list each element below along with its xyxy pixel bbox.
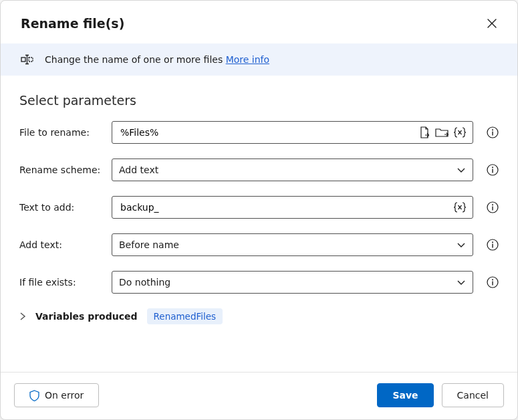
info-banner: Change the name of one or more files Mor… — [1, 43, 517, 76]
add-text-position-value: Before name — [119, 239, 451, 250]
title-bar: Rename file(s) — [1, 1, 517, 43]
row-add-text-position: Add text: Before name — [19, 233, 499, 256]
info-icon[interactable] — [487, 126, 499, 138]
banner-text: Change the name of one or more files Mor… — [45, 54, 269, 65]
svg-rect-1 — [29, 58, 33, 62]
info-icon[interactable] — [487, 239, 499, 251]
if-file-exists-select[interactable]: Do nothing — [112, 271, 473, 294]
svg-point-15 — [492, 241, 493, 243]
info-icon[interactable] — [487, 276, 499, 288]
save-label: Save — [392, 390, 418, 401]
chevron-right-icon[interactable] — [19, 312, 26, 320]
svg-rect-16 — [492, 244, 493, 248]
svg-point-18 — [492, 279, 493, 280]
svg-rect-13 — [492, 207, 493, 211]
row-text-to-add: Text to add: — [19, 196, 499, 219]
svg-point-9 — [492, 167, 493, 168]
file-to-rename-input-wrap — [112, 121, 473, 144]
dialog-footer: On error Save Cancel — [1, 372, 517, 419]
select-file-icon[interactable] — [419, 126, 430, 138]
text-to-add-input-wrap — [112, 196, 473, 219]
rename-files-dialog: Rename file(s) Change the name of one or… — [0, 0, 518, 420]
cancel-label: Cancel — [457, 390, 489, 401]
variable-picker-icon[interactable] — [454, 202, 466, 213]
info-icon[interactable] — [487, 201, 499, 213]
select-folder-icon[interactable] — [435, 127, 448, 138]
label-text-to-add: Text to add: — [19, 202, 105, 213]
file-to-rename-input[interactable] — [119, 126, 414, 138]
close-button[interactable] — [481, 13, 503, 34]
rename-action-icon — [21, 54, 34, 65]
section-heading: Select parameters — [19, 93, 499, 108]
dialog-body: Select parameters File to rename: — [1, 76, 517, 372]
banner-desc: Change the name of one or more files — [45, 54, 226, 65]
label-file-to-rename: File to rename: — [19, 127, 105, 138]
chevron-down-icon — [457, 240, 466, 249]
row-file-to-rename: File to rename: — [19, 121, 499, 144]
svg-rect-19 — [492, 282, 493, 286]
row-rename-scheme: Rename scheme: Add text — [19, 159, 499, 181]
label-add-text-position: Add text: — [19, 239, 105, 250]
rename-scheme-value: Add text — [119, 165, 451, 175]
add-text-position-select[interactable]: Before name — [112, 233, 473, 256]
chevron-down-icon — [457, 165, 466, 175]
on-error-button[interactable]: On error — [14, 383, 99, 407]
cancel-button[interactable]: Cancel — [442, 383, 504, 407]
text-to-add-input[interactable] — [119, 201, 448, 213]
label-if-file-exists: If file exists: — [19, 277, 105, 288]
dialog-title: Rename file(s) — [21, 16, 124, 31]
chevron-down-icon — [457, 278, 466, 287]
svg-rect-10 — [492, 169, 493, 173]
info-icon[interactable] — [487, 164, 499, 176]
label-rename-scheme: Rename scheme: — [19, 165, 105, 175]
svg-rect-7 — [492, 132, 493, 136]
if-file-exists-value: Do nothing — [119, 277, 451, 288]
on-error-label: On error — [45, 390, 84, 401]
variable-picker-icon[interactable] — [454, 127, 466, 138]
variables-produced-label: Variables produced — [35, 311, 138, 322]
row-if-file-exists: If file exists: Do nothing — [19, 271, 499, 294]
variables-produced-row: Variables produced RenamedFiles — [19, 308, 499, 324]
svg-point-12 — [492, 204, 493, 205]
close-icon — [487, 19, 497, 28]
shield-icon — [29, 390, 39, 401]
variable-chip[interactable]: RenamedFiles — [147, 308, 223, 324]
rename-scheme-select[interactable]: Add text — [112, 159, 473, 181]
save-button[interactable]: Save — [377, 383, 433, 407]
svg-point-6 — [492, 129, 493, 130]
svg-rect-0 — [21, 58, 25, 62]
more-info-link[interactable]: More info — [226, 54, 269, 65]
